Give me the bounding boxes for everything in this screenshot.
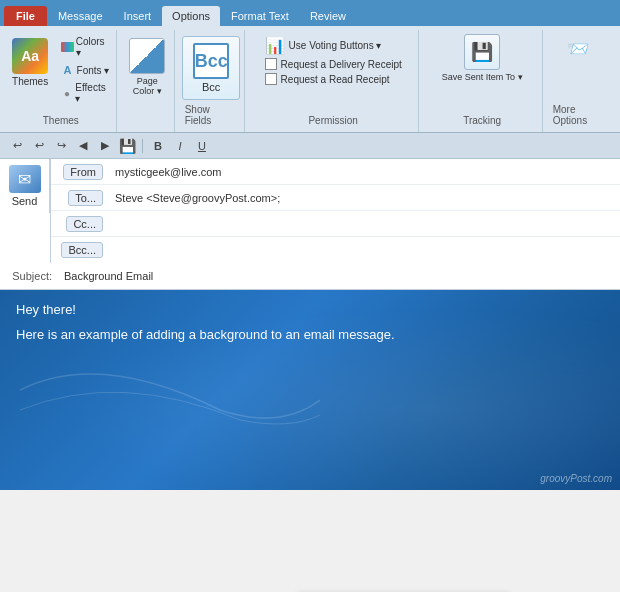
email-cc-row: Cc... xyxy=(51,211,620,237)
email-subject-row: Subject: xyxy=(0,263,620,289)
more-options-button[interactable]: 📨 xyxy=(563,34,593,64)
voting-label: Use Voting Buttons ▾ xyxy=(289,40,382,51)
from-button[interactable]: From xyxy=(63,164,103,180)
colors-label: Colors ▾ xyxy=(76,36,110,58)
to-button[interactable]: To... xyxy=(68,190,103,206)
ribbon-body: Aa Themes Colors ▾ A Fonts ▾ ● Effects ▾… xyxy=(0,26,620,133)
tab-file[interactable]: File xyxy=(4,6,47,26)
undo2-button[interactable]: ↩ xyxy=(30,137,48,155)
bcc-label: Bcc xyxy=(202,81,220,93)
qat-sep1 xyxy=(142,139,143,153)
cc-input[interactable] xyxy=(111,215,620,233)
send-label: Send xyxy=(12,195,38,207)
show-fields-label: Show Fields xyxy=(185,102,238,128)
email-form: ✉ Send From To... Cc... xyxy=(0,159,620,290)
ribbon-group-more-options: 📨 More Options xyxy=(547,30,610,132)
email-body[interactable]: Hey there! Here is an example of adding … xyxy=(0,290,620,490)
from-input[interactable] xyxy=(111,163,620,181)
more-options-icon: 📨 xyxy=(567,38,589,60)
ribbon-tabs: File Message Insert Options Format Text … xyxy=(0,0,620,26)
email-from-row: From xyxy=(51,159,620,185)
ribbon-group-page-color: Page Color ▾ xyxy=(121,30,175,132)
underline-button[interactable]: U xyxy=(193,137,211,155)
page-color-content: Page Color ▾ xyxy=(123,34,171,100)
tracking-content: 💾 Save Sent Item To ▾ xyxy=(442,34,523,82)
bcc-label-btn: Bcc... xyxy=(51,240,111,260)
tab-review[interactable]: Review xyxy=(300,6,356,26)
undo-button[interactable]: ↩ xyxy=(8,137,26,155)
cc-button[interactable]: Cc... xyxy=(66,216,103,232)
send-column: ✉ Send xyxy=(0,159,51,263)
themes-content: Aa Themes Colors ▾ A Fonts ▾ ● Effects ▾ xyxy=(8,34,114,106)
read-receipt-btn[interactable]: Request a Read Receipt xyxy=(265,73,402,85)
more-options-content: 📨 xyxy=(563,34,593,64)
delivery-receipt-btn[interactable]: Request a Delivery Receipt xyxy=(265,58,402,70)
ribbon-group-tracking: 💾 Save Sent Item To ▾ Tracking xyxy=(423,30,543,132)
more-options-label: More Options xyxy=(553,102,604,128)
ribbon-group-themes: Aa Themes Colors ▾ A Fonts ▾ ● Effects ▾… xyxy=(6,30,117,132)
delivery-checkbox[interactable] xyxy=(265,58,277,70)
fonts-button[interactable]: A Fonts ▾ xyxy=(57,61,114,79)
bcc-button[interactable]: Bcc Bcc xyxy=(182,36,240,100)
send-icon: ✉ xyxy=(9,165,41,193)
ribbon-group-show-fields: Bcc Bcc Show Fields xyxy=(179,30,245,132)
bold-button[interactable]: B xyxy=(149,137,167,155)
forward-button[interactable]: ▶ xyxy=(96,137,114,155)
email-bcc-row: Bcc... xyxy=(51,237,620,263)
permission-btns: 📊 Use Voting Buttons ▾ Request a Deliver… xyxy=(263,34,404,87)
effects-button[interactable]: ● Effects ▾ xyxy=(57,80,114,106)
cc-label-btn: Cc... xyxy=(51,214,111,234)
from-label-btn: From xyxy=(51,162,111,182)
tab-options[interactable]: Options xyxy=(162,6,220,26)
quick-access-toolbar: ↩ ↩ ↪ ◀ ▶ 💾 B I U xyxy=(0,133,620,159)
body-line1: Hey there! xyxy=(16,302,604,317)
themes-stack: Colors ▾ A Fonts ▾ ● Effects ▾ xyxy=(57,34,114,106)
themes-label: Themes xyxy=(12,76,48,87)
bcc-field-button[interactable]: Bcc... xyxy=(61,242,103,258)
voting-icon: 📊 xyxy=(265,36,285,55)
to-input[interactable] xyxy=(111,189,620,207)
themes-group-label: Themes xyxy=(43,113,79,128)
save-button[interactable]: 💾 xyxy=(118,137,136,155)
read-label: Request a Read Receipt xyxy=(281,74,390,85)
tab-format-text[interactable]: Format Text xyxy=(221,6,299,26)
themes-icon: Aa xyxy=(12,38,48,74)
to-label-btn: To... xyxy=(51,188,111,208)
subject-input[interactable] xyxy=(60,267,620,285)
colors-icon xyxy=(61,42,74,52)
tracking-label: Tracking xyxy=(463,113,501,128)
ribbon-group-permission: 📊 Use Voting Buttons ▾ Request a Deliver… xyxy=(249,30,419,132)
main-content: Hey there! Here is an example of adding … xyxy=(0,290,620,490)
page-color-button[interactable]: Page Color ▾ xyxy=(123,34,171,100)
body-line2: Here is an example of adding a backgroun… xyxy=(16,327,604,342)
watermark: groovyPost.com xyxy=(540,473,612,484)
page-color-label: Page Color ▾ xyxy=(127,76,167,96)
effects-icon: ● xyxy=(61,86,74,100)
effects-label: Effects ▾ xyxy=(75,82,110,104)
save-sent-label: Save Sent Item To ▾ xyxy=(442,72,523,82)
permission-label: Permission xyxy=(308,113,357,128)
email-to-row: To... xyxy=(51,185,620,211)
bcc-input[interactable] xyxy=(111,241,620,259)
themes-button[interactable]: Aa Themes xyxy=(8,34,53,91)
bcc-icon: Bcc xyxy=(193,43,229,79)
read-checkbox[interactable] xyxy=(265,73,277,85)
tab-message[interactable]: Message xyxy=(48,6,113,26)
show-fields-content: Bcc Bcc xyxy=(180,34,242,102)
email-fields-col: From To... Cc... Bcc... xyxy=(51,159,620,263)
back-button[interactable]: ◀ xyxy=(74,137,92,155)
voting-buttons-btn[interactable]: 📊 Use Voting Buttons ▾ xyxy=(265,36,402,55)
subject-label: Subject: xyxy=(0,268,60,284)
send-button[interactable]: ✉ Send xyxy=(0,159,50,213)
email-body-text[interactable]: Hey there! Here is an example of adding … xyxy=(0,290,620,364)
permission-content: 📊 Use Voting Buttons ▾ Request a Deliver… xyxy=(263,34,404,87)
save-sent-button[interactable]: 💾 Save Sent Item To ▾ xyxy=(442,34,523,82)
colors-button[interactable]: Colors ▾ xyxy=(57,34,114,60)
tab-insert[interactable]: Insert xyxy=(114,6,162,26)
italic-button[interactable]: I xyxy=(171,137,189,155)
delivery-label: Request a Delivery Receipt xyxy=(281,59,402,70)
redo-button[interactable]: ↪ xyxy=(52,137,70,155)
save-sent-icon: 💾 xyxy=(464,34,500,70)
save-sent-area: 💾 Save Sent Item To ▾ xyxy=(442,34,523,82)
page-color-icon xyxy=(129,38,165,74)
